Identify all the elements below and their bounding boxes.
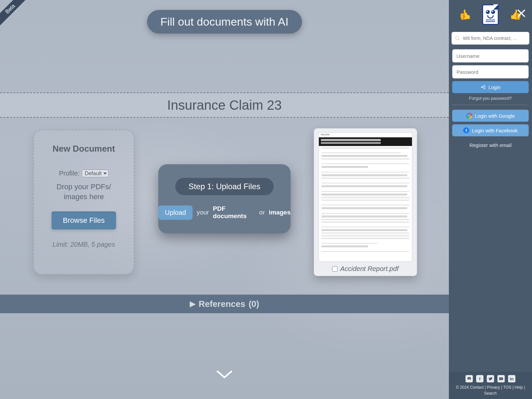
- login-facebook-label: Login with Facebook: [472, 128, 518, 133]
- footer-link-help[interactable]: Help: [515, 385, 523, 390]
- references-band[interactable]: ▶ References (0): [0, 295, 449, 313]
- sidebar-header: 👍 👍: [449, 0, 532, 31]
- references-label: References: [199, 299, 245, 309]
- footer-link-tos[interactable]: TOS: [503, 385, 511, 390]
- facebook-icon: f: [463, 127, 469, 133]
- drop-instruction: Drop your PDFs/ images here: [57, 182, 111, 201]
- step-text-bold: PDF documents: [213, 205, 255, 220]
- document-title[interactable]: Insurance Claim 23: [167, 98, 282, 113]
- step-text-bold: images: [269, 209, 291, 216]
- footer-links: © 2024 Contact | Privacy | TOS | Help | …: [452, 384, 529, 396]
- register-email-link[interactable]: Register with email: [452, 142, 529, 148]
- login-facebook-button[interactable]: f Login with Facebook: [452, 124, 529, 136]
- scroll-down-icon[interactable]: [214, 363, 234, 386]
- login-google-label: Login with Google: [475, 113, 515, 119]
- login-form: Login Forgot you password? Login with Go…: [452, 49, 529, 148]
- login-icon: [480, 84, 486, 90]
- forgot-password-link[interactable]: Forgot you password?: [452, 96, 529, 101]
- document-filename: Accident Report.pdf: [340, 265, 399, 273]
- svg-point-2: [456, 36, 459, 39]
- profile-select[interactable]: Default: [82, 170, 109, 177]
- new-document-heading: New Document: [53, 144, 115, 154]
- mascot-logo: 👍 👍: [470, 3, 510, 27]
- onboarding-step-card: Step 1: Upload Files Upload your PDF doc…: [158, 164, 291, 233]
- youtube-icon[interactable]: [497, 375, 505, 382]
- login-label: Login: [488, 84, 501, 90]
- step-text: your: [197, 209, 209, 216]
- footer-link-search[interactable]: Search: [484, 391, 497, 396]
- login-button[interactable]: Login: [452, 81, 529, 93]
- footer-link-privacy[interactable]: Privacy: [487, 385, 500, 390]
- doc-brand: Manulife: [321, 133, 330, 136]
- username-field[interactable]: [452, 49, 529, 63]
- password-field[interactable]: [452, 65, 529, 78]
- search-input[interactable]: [463, 36, 526, 41]
- google-icon: [466, 113, 472, 119]
- linkedin-icon[interactable]: in: [508, 375, 515, 382]
- profile-label: Profile:: [59, 170, 79, 177]
- divider: [452, 105, 529, 105]
- copyright: © 2024: [456, 385, 469, 390]
- expand-icon: ▶: [190, 300, 196, 308]
- document-thumbnail-card[interactable]: Manulife Accident Report.pdf: [314, 128, 417, 276]
- new-document-card[interactable]: New Document Profile: Default Drop your …: [33, 130, 134, 275]
- step-text: or: [259, 209, 265, 216]
- upload-limit: Limit: 20MB, 5 pages: [53, 241, 115, 248]
- sidebar-footer: f in © 2024 Contact | Privacy | TOS | He…: [449, 372, 532, 399]
- thumbs-up-icon: 👍: [459, 9, 471, 20]
- login-google-button[interactable]: Login with Google: [452, 110, 529, 122]
- close-sidebar-button[interactable]: [517, 9, 526, 19]
- search-icon: [455, 36, 460, 41]
- svg-line-3: [458, 39, 460, 40]
- footer-link-contact[interactable]: Contact: [470, 385, 483, 390]
- facebook-icon[interactable]: f: [476, 375, 483, 382]
- step-title: Step 1: Upload Files: [175, 178, 274, 195]
- document-title-band: Insurance Claim 23: [0, 92, 449, 118]
- browse-files-button[interactable]: Browse Files: [52, 211, 116, 229]
- profile-row: Profile: Default: [59, 169, 108, 177]
- references-count: (0): [249, 299, 259, 309]
- document-page-preview: Manulife: [319, 132, 412, 262]
- sidebar: 👍 👍 Login Forgot you password? Login wit…: [449, 0, 532, 399]
- hero-tagline: Fill out documents with AI: [147, 10, 302, 34]
- discord-icon[interactable]: [466, 375, 473, 382]
- twitter-icon[interactable]: [487, 375, 494, 382]
- main-area: Fill out documents with AI Insurance Cla…: [0, 0, 449, 399]
- upload-button[interactable]: Upload: [158, 205, 193, 220]
- document-filename-row[interactable]: Accident Report.pdf: [332, 265, 399, 273]
- social-links: f in: [452, 375, 529, 382]
- document-select-checkbox[interactable]: [332, 266, 337, 272]
- search-box[interactable]: [452, 32, 529, 45]
- upload-instruction: Upload your PDF documents or images: [158, 205, 291, 220]
